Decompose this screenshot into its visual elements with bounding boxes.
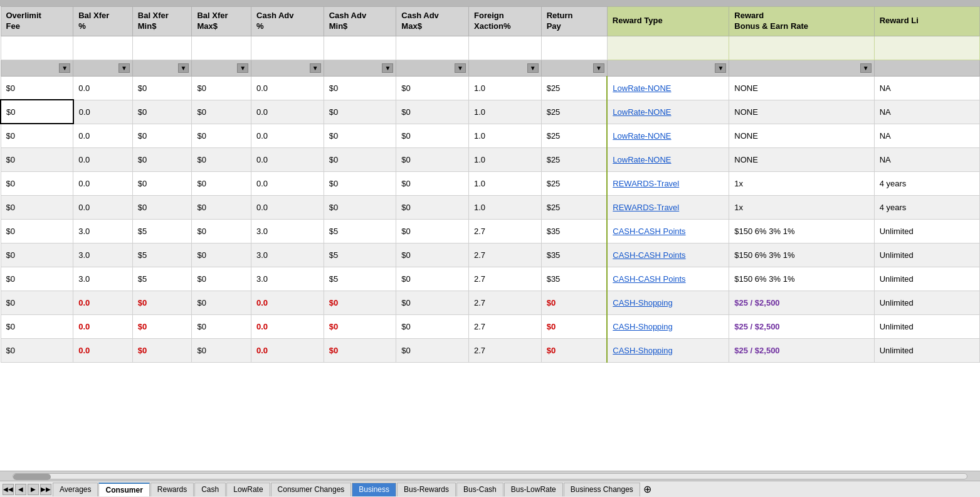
table-cell: 1x <box>729 195 874 219</box>
tab-bus-cash[interactable]: Bus-Cash <box>456 483 503 496</box>
reward-type-link[interactable]: REWARDS-Travel <box>613 203 679 212</box>
table-cell: $0 <box>132 76 192 100</box>
data-table: OverlimitFee Bal Xfer% Bal XferMin$ Bal … <box>0 6 980 363</box>
table-cell: $150 6% 3% 1% <box>729 267 874 291</box>
reward-type-link[interactable]: CASH-CASH Points <box>613 227 685 236</box>
table-cell: $0 <box>324 291 396 314</box>
filter-btn-2[interactable]: ▼ <box>178 63 189 73</box>
table-cell: NA <box>874 100 979 124</box>
reward-type-link[interactable]: LowRate-NONE <box>613 107 671 117</box>
table-cell: $0 <box>1 195 73 219</box>
table-row: $03.0$5$03.0$5$02.7$35CASH-CASH Points$1… <box>1 219 980 243</box>
reward-type-link[interactable]: LowRate-NONE <box>613 155 671 164</box>
table-cell[interactable]: LowRate-NONE <box>607 100 729 124</box>
tab-bus-lowrate[interactable]: Bus-LowRate <box>504 483 563 496</box>
table-cell[interactable]: CASH-CASH Points <box>607 243 729 267</box>
reward-type-link[interactable]: LowRate-NONE <box>613 131 671 141</box>
table-cell: $5 <box>132 267 192 291</box>
table-cell: 1x <box>729 171 874 195</box>
table-cell[interactable]: CASH-Shopping <box>607 338 729 362</box>
table-cell: $0 <box>1 76 73 100</box>
tab-add-icon[interactable]: ⊕ <box>643 483 651 495</box>
reward-type-link[interactable]: CASH-Shopping <box>613 346 672 355</box>
tab-lowrate[interactable]: LowRate <box>226 483 270 496</box>
table-cell: $0 <box>192 100 251 124</box>
tab-consumer-changes[interactable]: Consumer Changes <box>271 483 352 496</box>
table-cell: 0.0 <box>73 171 133 195</box>
table-cell[interactable]: CASH-CASH Points <box>607 267 729 291</box>
table-cell[interactable]: LowRate-NONE <box>607 124 729 147</box>
table-cell[interactable]: LowRate-NONE <box>607 147 729 171</box>
red-value: $0 <box>547 346 556 355</box>
scroll-thumb[interactable] <box>13 474 51 480</box>
table-cell: $0 <box>1 267 73 291</box>
reward-type-link[interactable]: LowRate-NONE <box>613 83 671 93</box>
tab-nav-last[interactable]: ▶▶ <box>40 484 51 495</box>
filter-btn-9[interactable]: ▼ <box>715 63 726 73</box>
tab-business-changes[interactable]: Business Changes <box>564 483 640 496</box>
table-cell: $0 <box>132 314 192 338</box>
reward-type-link[interactable]: CASH-Shopping <box>613 298 672 307</box>
tab-business[interactable]: Business <box>352 483 396 496</box>
table-cell: $0 <box>324 147 396 171</box>
table-cell: $25 <box>541 76 607 100</box>
tab-nav-prev[interactable]: ◀ <box>15 484 26 495</box>
table-cell: 0.0 <box>251 100 324 124</box>
table-cell: $0 <box>324 76 396 100</box>
table-cell[interactable]: LowRate-NONE <box>607 76 729 100</box>
tab-bus-rewards[interactable]: Bus-Rewards <box>397 483 456 496</box>
reward-type-link[interactable]: CASH-CASH Points <box>613 250 685 260</box>
filter-btn-8[interactable]: ▼ <box>593 63 604 73</box>
col-header-cash-adv-max: Cash AdvMax$ <box>396 7 469 36</box>
reward-type-link[interactable]: CASH-CASH Points <box>613 274 685 284</box>
filter-btn-1[interactable]: ▼ <box>119 63 130 73</box>
table-cell: 2.7 <box>469 338 542 362</box>
table-cell: $0 <box>1 291 73 314</box>
table-wrapper: OverlimitFee Bal Xfer% Bal XferMin$ Bal … <box>0 6 980 471</box>
col-header-bal-xfer-min: Bal XferMin$ <box>132 7 192 36</box>
table-cell[interactable]: CASH-CASH Points <box>607 219 729 243</box>
table-cell: $0 <box>1 219 73 243</box>
tab-nav-first[interactable]: ◀◀ <box>3 484 14 495</box>
tab-consumer[interactable]: Consumer <box>98 483 149 496</box>
filter-btn-10[interactable]: ▼ <box>860 63 872 73</box>
reward-type-link[interactable]: REWARDS-Travel <box>613 179 679 188</box>
table-cell: $150 6% 3% 1% <box>729 219 874 243</box>
filter-btn-4[interactable]: ▼ <box>310 63 321 73</box>
table-cell: $25 / $2,500 <box>729 291 874 314</box>
red-value: $0 <box>547 298 556 307</box>
purple-value: $25 / $2,500 <box>734 322 779 331</box>
table-cell: 2.7 <box>469 219 542 243</box>
table-cell: $0 <box>396 76 469 100</box>
table-cell: NONE <box>729 147 874 171</box>
filter-btn-6[interactable]: ▼ <box>455 63 466 73</box>
col-header-return-pay: ReturnPay <box>541 7 607 36</box>
table-cell: 0.0 <box>73 338 133 362</box>
table-cell: $0 <box>541 338 607 362</box>
table-cell: 4 years <box>874 195 979 219</box>
table-cell: $0 <box>324 171 396 195</box>
table-cell[interactable]: CASH-Shopping <box>607 291 729 314</box>
tab-averages[interactable]: Averages <box>53 483 98 496</box>
table-cell[interactable]: REWARDS-Travel <box>607 195 729 219</box>
table-cell: $0 <box>396 195 469 219</box>
reward-type-link[interactable]: CASH-Shopping <box>613 322 672 331</box>
red-value: 0.0 <box>256 322 268 331</box>
filter-btn-5[interactable]: ▼ <box>382 63 393 73</box>
tab-cash[interactable]: Cash <box>194 483 226 496</box>
tab-rewards[interactable]: Rewards <box>150 483 194 496</box>
filter-btn-3[interactable]: ▼ <box>237 63 248 73</box>
table-cell[interactable]: CASH-Shopping <box>607 314 729 338</box>
table-cell: 0.0 <box>73 100 133 124</box>
table-cell: NONE <box>729 124 874 147</box>
table-cell: Unlimited <box>874 219 979 243</box>
scroll-track[interactable] <box>13 473 967 479</box>
table-cell[interactable]: REWARDS-Travel <box>607 171 729 195</box>
header-row: OverlimitFee Bal Xfer% Bal XferMin$ Bal … <box>1 7 980 36</box>
filter-btn-7[interactable]: ▼ <box>527 63 539 73</box>
filter-btn-0[interactable]: ▼ <box>59 63 70 73</box>
horizontal-scrollbar[interactable] <box>0 471 980 481</box>
tab-nav-next[interactable]: ▶ <box>28 484 39 495</box>
table-cell: $0 <box>132 100 192 124</box>
table-cell: $0 <box>396 171 469 195</box>
